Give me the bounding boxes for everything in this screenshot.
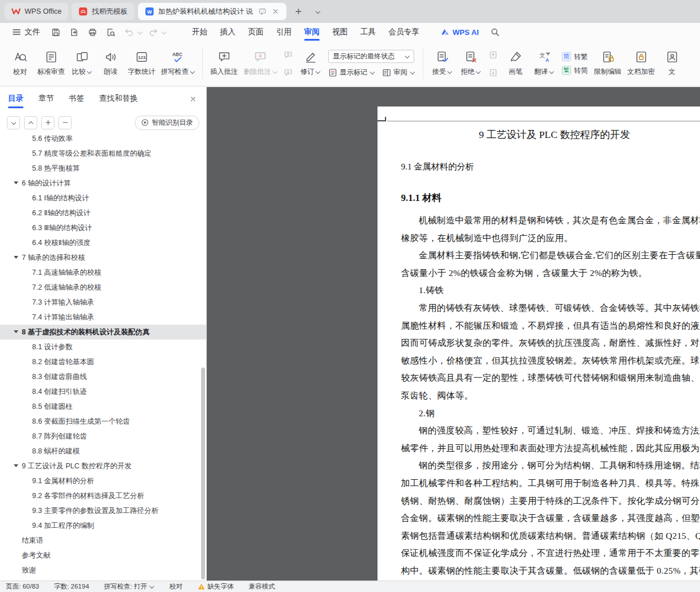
- toc-item[interactable]: 6.4 校核Ⅱ轴的强度: [0, 235, 206, 250]
- chevron-down-icon[interactable]: [14, 330, 18, 333]
- close-icon[interactable]: [272, 7, 280, 15]
- export-button[interactable]: [66, 25, 81, 39]
- toc-item[interactable]: 8.6 变截面扫描生成第一个轮齿: [0, 414, 206, 429]
- toc-item[interactable]: 结束语: [0, 533, 206, 548]
- to-simplified-button[interactable]: 繁转简: [562, 66, 588, 76]
- doc-line[interactable]: 橡胶等，在机械制造中也得到广泛的应用。: [401, 230, 700, 247]
- toc-item[interactable]: 5.6 传动效率: [0, 135, 206, 146]
- doc-line[interactable]: 钢的强度较高，塑性较好，可通过轧制、锻造、冲压、焊接和铸造方法加工: [401, 422, 700, 440]
- toc-item[interactable]: 6 轴的设计计算: [0, 176, 206, 191]
- toc-item[interactable]: 6.3 Ⅲ轴的结构设计: [0, 220, 206, 235]
- restrict-edit-button[interactable]: 限制编辑: [591, 45, 624, 82]
- doc-line[interactable]: 1.铸铁: [401, 282, 700, 299]
- doc-line[interactable]: 属脆性材料，不能辗压和锻造，不易焊接，但具有适当的易熔性和良好的液态: [401, 317, 700, 335]
- menu-item-5[interactable]: 视图: [326, 23, 354, 41]
- expand-level-button[interactable]: [41, 116, 54, 129]
- menu-item-6[interactable]: 工具: [354, 23, 382, 41]
- accept-button[interactable]: 接受: [428, 45, 457, 82]
- file-menu[interactable]: 文件: [7, 23, 45, 41]
- smart-toc-button[interactable]: 智能识别目录: [135, 116, 199, 130]
- toc-item[interactable]: 参考文献: [0, 548, 206, 563]
- sidebar-tab-bookmarks[interactable]: 书签: [69, 87, 84, 110]
- doc-line[interactable]: 敏感性小，价格便宜，但其抗拉强度较钢差。灰铸铁常用作机架或壳座。球墨铸: [401, 352, 700, 370]
- doc-line[interactable]: 泵齿轮、阀体等。: [401, 387, 700, 405]
- to-traditional-button[interactable]: 简转繁: [562, 52, 588, 62]
- toc-item[interactable]: 7.2 低速轴轴承的校核: [0, 280, 206, 295]
- chat-icon[interactable]: [258, 7, 266, 15]
- missing-font-warning[interactable]: 缺失字体: [198, 582, 234, 591]
- toc-item[interactable]: 8.4 创建扫引轨迹: [0, 384, 206, 399]
- close-sidebar-button[interactable]: [187, 93, 199, 105]
- next-comment-button[interactable]: [282, 66, 294, 79]
- toc-item[interactable]: 7.1 高速轴轴承的校核: [0, 265, 206, 280]
- compare-button[interactable]: 比较: [68, 45, 96, 82]
- menu-item-2[interactable]: 页面: [242, 23, 270, 41]
- insert-comment-button[interactable]: 插入批注: [207, 45, 241, 82]
- menu-item-1[interactable]: 插入: [214, 23, 242, 41]
- spell-check-button[interactable]: ABC拼写检查: [158, 45, 198, 82]
- toc-item[interactable]: 8.1 设计参数: [0, 340, 206, 354]
- undo-button[interactable]: [121, 25, 136, 39]
- doc-line[interactable]: 钢的类型很多，按用途分，钢可分为结构钢、工具钢和特殊用途钢。结构钢: [401, 457, 700, 475]
- show-markup-button[interactable]: 显示标记: [328, 68, 375, 77]
- doc-line[interactable]: 械零件，并且可以用热处理和表面处理方法提高机械性能，因此其应用极为广: [401, 440, 700, 457]
- chevron-down-icon[interactable]: [137, 30, 142, 35]
- chevron-down-icon[interactable]: [14, 181, 18, 184]
- doc-line[interactable]: 9.1.1 材料: [401, 192, 700, 204]
- doc-line[interactable]: 金属材料主要指铸铁和钢,它们都是铁碳合金,它们的区别主要在于含碳量: [401, 247, 700, 265]
- compat-mode-status[interactable]: 兼容模式: [249, 582, 275, 591]
- toc-item[interactable]: 8 基于虚拟技术的装料机设计及装配仿真: [0, 325, 206, 340]
- standard-review-button[interactable]: 标准审查: [34, 45, 68, 82]
- track-changes-button[interactable]: 修订: [296, 45, 325, 82]
- expand-all-button[interactable]: [24, 116, 37, 129]
- print-button[interactable]: [85, 25, 100, 39]
- toc-item[interactable]: 9.4 加工程序的编制: [0, 518, 206, 533]
- brush-button[interactable]: 画笔: [501, 45, 530, 82]
- read-aloud-button[interactable]: 朗读: [96, 45, 125, 82]
- toc-item[interactable]: 9.3 主要零件的参数设置及加工路径分析: [0, 503, 206, 518]
- toc-item[interactable]: 8.5 创建圆柱: [0, 399, 206, 414]
- prev-change-button[interactable]: [487, 49, 500, 61]
- toc-item[interactable]: 8.7 阵列创建轮齿: [0, 429, 206, 444]
- prev-comment-button[interactable]: [282, 49, 294, 61]
- sidebar-tab-chapters[interactable]: 章节: [38, 87, 54, 110]
- toc-item[interactable]: 8.8 蜗杆的建模: [0, 444, 206, 459]
- tab-list-button[interactable]: [310, 4, 325, 19]
- page-indicator[interactable]: 页面: 60/83: [6, 582, 39, 591]
- menu-item-0[interactable]: 开始: [186, 23, 214, 41]
- chevron-down-icon[interactable]: [14, 256, 18, 259]
- app-tab-document[interactable]: W加热炉装料机机械结构设计 说: [138, 3, 286, 20]
- toc-item[interactable]: 5.8 热平衡核算: [0, 161, 206, 176]
- chevron-down-icon[interactable]: [161, 30, 166, 35]
- toc-item[interactable]: 7.4 计算输出轴轴承: [0, 310, 206, 325]
- proofread-button[interactable]: 校对: [6, 45, 34, 82]
- toc-item[interactable]: 9 工艺设计及 PLC 数控程序的开发: [0, 459, 206, 473]
- menu-item-3[interactable]: 引用: [270, 23, 298, 41]
- chevron-down-icon[interactable]: [14, 464, 18, 467]
- toc-item[interactable]: 6.1 Ⅰ轴的结构设计: [0, 191, 206, 206]
- save-button[interactable]: [48, 25, 63, 39]
- wps-ai-button[interactable]: WPS AI: [441, 27, 479, 37]
- toc-item[interactable]: 8.2 创建齿轮基本圆: [0, 354, 206, 369]
- sidebar-scrollbar[interactable]: [201, 368, 205, 579]
- doc-permission-button[interactable]: 文: [658, 45, 686, 82]
- doc-line[interactable]: 较灰铸铁高且具有一定的塑性，球墨铸铁可代替铸钢和锻钢用来制造曲轴、凸轮: [401, 369, 700, 387]
- collapse-level-button[interactable]: [58, 116, 72, 129]
- word-count-button[interactable]: 123字数统计: [125, 45, 158, 82]
- redo-button[interactable]: [145, 25, 160, 39]
- collapse-all-button[interactable]: [7, 116, 20, 129]
- new-tab-button[interactable]: [291, 4, 306, 19]
- doc-line[interactable]: 常用的铸铁有灰铸铁、球墨铸铁、可锻铸铁、合金铸铁等。其中灰铸铁和球: [401, 299, 700, 317]
- review-pane-button[interactable]: 审阅: [382, 68, 415, 77]
- doc-line[interactable]: 素钢包括普通碳素结构钢和优质碳素结构钢。普通碳素结构钢（如 Q215、Q235）: [401, 527, 700, 545]
- delete-comment-button[interactable]: 删除批注: [241, 45, 280, 82]
- search-button[interactable]: [487, 25, 503, 40]
- doc-line[interactable]: 含碳量小于 2%的铁碳合金称为钢，含碳量大于 2%的称为铁。: [401, 265, 700, 282]
- toc-item[interactable]: 5.7 精度等级公差和表面粗糙度的确定: [0, 146, 206, 161]
- doc-line[interactable]: 构中。碳素钢的性能主要取决于其含碳量。低碳钢的含碳量低于 0.25%，其强度: [401, 562, 700, 580]
- toc-item[interactable]: 6.2 Ⅱ轴的结构设计: [0, 206, 206, 220]
- toc-item[interactable]: 7.3 计算输入轴轴承: [0, 295, 206, 310]
- next-change-button[interactable]: [487, 66, 500, 79]
- document-page[interactable]: 9 工艺设计及 PLC 数控程序的开发 9.1 金属材料的分析9.1.1 材料机…: [377, 106, 700, 581]
- markup-state-select[interactable]: 显示标记的最终状态: [328, 50, 414, 63]
